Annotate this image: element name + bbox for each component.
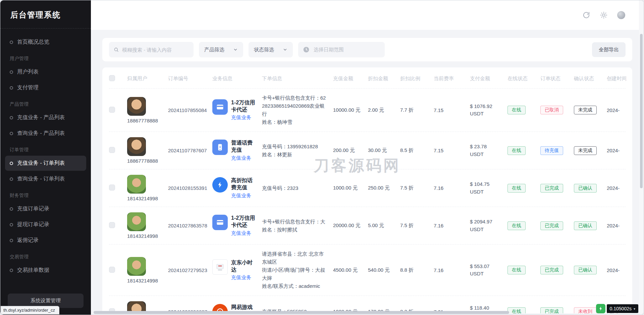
order-info: 充值号码：13959261828 姓名：林更新 [262, 143, 333, 159]
row-checkbox[interactable] [109, 222, 115, 228]
discount-ratio: 8.5 折 [400, 147, 434, 154]
order-number: 20241107855084 [168, 107, 212, 113]
chevron-down-icon [283, 47, 287, 52]
product-name: 1-2万信用卡代还 [231, 99, 257, 113]
credit-card-icon [212, 99, 228, 115]
recharge-amount: 10000.00 元 [333, 106, 368, 114]
caret-down-icon: ▾ [634, 307, 635, 311]
sidebar-item-recharge-products[interactable]: 充值业务 - 产品列表 [5, 110, 86, 125]
table-row: 18867778888 20241107787607 ¥ 普通话费充值 充值业务 [109, 132, 626, 169]
confirm-status-badge: 已确认 [574, 266, 597, 274]
product-name: 高折扣话费充值 [231, 177, 257, 191]
user-phone: 18867778888 [127, 158, 163, 164]
discount-amount: 540.00 元 [368, 267, 400, 273]
confirm-status-badge: 未完成 [574, 106, 597, 114]
row-checkbox[interactable] [109, 107, 115, 113]
sidebar-group-trade: 交易管理 [5, 249, 86, 262]
topbar [91, 0, 644, 30]
order-status-badge: 已完成 [540, 184, 563, 193]
business-type: 充值业务 [231, 274, 257, 281]
main-area: 产品筛选 状态筛选 选择日期范围 全部导出 归属用户 订单编号 [91, 0, 644, 315]
product-filter-select[interactable]: 产品筛选 [199, 42, 243, 57]
status-filter-label: 状态筛选 [254, 47, 274, 53]
export-all-button[interactable]: 全部导出 [592, 42, 626, 57]
circle-icon [10, 41, 13, 44]
credit-card-icon [212, 215, 228, 230]
table-row: 18143214998 20241027863578 1-2万信用卡代还 充值业… [109, 207, 626, 244]
user-avatar [127, 137, 146, 156]
column-header: 充值金额 [333, 75, 368, 83]
column-header: 下单信息 [262, 74, 333, 83]
refresh-button[interactable] [579, 8, 593, 22]
order-info: 请选择省市县：北京 北京市 东城区 街道/小区/商场门牌号：大叔大婶 姓名/联系… [262, 250, 333, 290]
timer-badge[interactable]: 0.105002s ▾ [607, 304, 638, 313]
table-row: 18143214998 20241027279523 京东小时达 充值业务 请 [109, 244, 626, 296]
theme-dark-button[interactable] [614, 8, 628, 22]
row-checkbox[interactable] [109, 185, 115, 191]
order-number: 20241107787607 [168, 148, 212, 153]
search-icon [114, 47, 119, 53]
sidebar-item-label: 充值订单记录 [17, 205, 49, 212]
search-box[interactable] [109, 42, 194, 57]
date-range-picker[interactable]: 选择日期范围 [298, 42, 385, 57]
horizontal-scrollbar-thumb[interactable] [94, 311, 509, 314]
circle-icon [10, 207, 13, 211]
search-input[interactable] [122, 47, 189, 53]
vertical-scrollbar-thumb[interactable] [640, 34, 643, 188]
column-header: 确认状态 [574, 75, 607, 82]
sidebar-item-user-list[interactable]: 用户列表 [5, 64, 86, 80]
online-status-badge: 在线 [507, 146, 526, 155]
column-header: 折扣金额 [368, 75, 400, 82]
confirm-status-badge: 已确认 [574, 221, 597, 230]
table-row: 18143214998 20241028155391 高折扣话费充值 充值业务 [109, 169, 626, 207]
product-name: 网易游戏 [231, 304, 253, 311]
pay-amount: $ 23.78 USDT [470, 143, 507, 158]
order-info: 充值号码：2323 [262, 184, 333, 192]
clock-icon [303, 46, 310, 53]
theme-light-button[interactable] [597, 8, 611, 22]
sidebar: 后台管理系统 首页概况总览 用户管理 用户列表 支付管理 产品管理 充值业务 -… [0, 0, 91, 315]
column-header: 订单编号 [168, 75, 212, 82]
refresh-icon [583, 11, 590, 19]
sidebar-item-recharge-records[interactable]: 充值订单记录 [5, 201, 86, 216]
row-checkbox[interactable] [109, 147, 115, 153]
status-filter-select[interactable]: 状态筛选 [249, 42, 293, 57]
created-at: 2024- [607, 185, 626, 191]
column-header: 订单状态 [540, 75, 574, 82]
created-at: 2024- [607, 148, 626, 153]
discount-ratio: 7.5 折 [400, 222, 434, 229]
sidebar-item-recharge-orders[interactable]: 充值业务 - 订单列表 [5, 156, 86, 171]
sidebar-item-rebate-records[interactable]: 返佣记录 [5, 233, 86, 248]
admin-window: 后台管理系统 首页概况总览 用户管理 用户列表 支付管理 产品管理 充值业务 -… [0, 0, 644, 315]
current-rate: 7.16 [434, 223, 470, 228]
business-type: 充值业务 [231, 114, 257, 121]
sidebar-group-products: 产品管理 [5, 96, 86, 109]
sidebar-item-trade-orders[interactable]: 交易挂单数据 [5, 263, 86, 278]
order-status-badge: 待充值 [540, 146, 563, 155]
business-type: 充值业务 [231, 193, 257, 199]
sidebar-item-query-products[interactable]: 查询业务 - 产品列表 [5, 126, 86, 141]
current-rate: 7.16 [434, 267, 470, 273]
chevron-down-icon [233, 47, 238, 52]
discount-amount: 30.00 元 [368, 147, 400, 154]
horizontal-scrollbar[interactable] [92, 311, 638, 314]
sidebar-item-label: 用户列表 [17, 68, 39, 75]
sidebar-item-payment[interactable]: 支付管理 [5, 80, 86, 95]
sidebar-nav: 首页概况总览 用户管理 用户列表 支付管理 产品管理 充值业务 - 产品列表 查… [0, 29, 91, 289]
circle-icon [10, 269, 13, 272]
pay-amount: $ 553.07 USDT [470, 263, 507, 278]
sidebar-item-withdraw-records[interactable]: 提现订单记录 [5, 217, 86, 232]
sidebar-item-label: 交易挂单数据 [17, 267, 49, 274]
row-checkbox[interactable] [109, 267, 115, 273]
sidebar-item-query-orders[interactable]: 查询业务 - 订单列表 [5, 171, 86, 187]
user-phone: 18143214998 [127, 196, 163, 201]
vertical-scrollbar[interactable] [639, 0, 644, 315]
business-type: 充值业务 [231, 155, 257, 161]
sidebar-item-dashboard[interactable]: 首页概况总览 [5, 35, 86, 50]
select-all-checkbox[interactable] [109, 75, 115, 81]
timer-overlay: 0.105002s ▾ [596, 304, 638, 313]
discount-amount: 5.00 元 [368, 222, 400, 229]
product-name: 京东小时达 [231, 259, 257, 273]
date-range-label: 选择日期范围 [314, 47, 344, 53]
extension-icon[interactable] [596, 304, 605, 313]
